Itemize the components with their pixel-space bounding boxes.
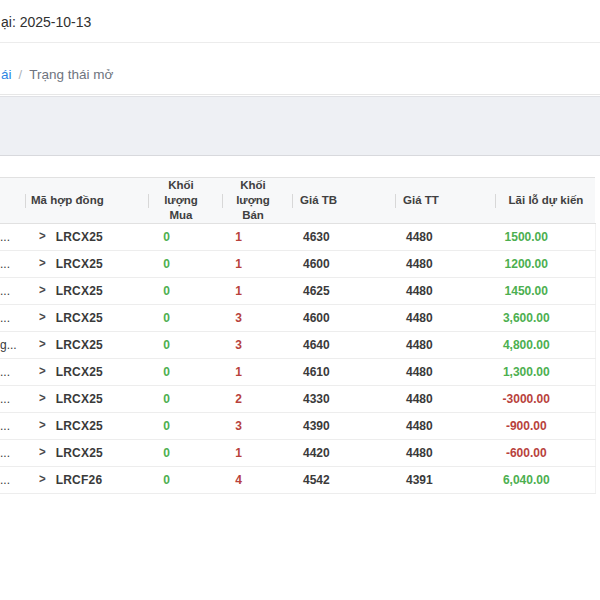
avg-price-value: 4330 <box>292 386 395 413</box>
table-row[interactable]: g... > LRCX25 0 3 4640 4480 4,800.00 <box>0 332 595 359</box>
breadcrumb-parent-link[interactable]: ái <box>1 67 12 82</box>
pnl-value: 1450.00 <box>495 278 595 305</box>
avg-price-value: 4630 <box>292 224 395 251</box>
pnl-value: 1500.00 <box>495 224 595 251</box>
pnl-value: -600.00 <box>495 440 595 467</box>
market-price-value: 4480 <box>395 251 495 278</box>
market-price-value: 4480 <box>395 224 495 251</box>
avg-price-value: 4600 <box>292 305 395 332</box>
pnl-value: 6,040.00 <box>495 467 595 494</box>
contract-code: LRCX25 <box>56 365 103 379</box>
truncated-lead-cell: ... <box>0 413 25 440</box>
expand-chevron-icon[interactable]: > <box>39 446 46 459</box>
table-row[interactable]: ... > LRCX25 0 1 4420 4480 -600.00 <box>0 440 595 467</box>
avg-price-value: 4390 <box>292 413 395 440</box>
buy-volume-value: 0 <box>148 440 222 467</box>
truncated-lead-cell: ... <box>0 305 25 332</box>
truncated-lead-cell: ... <box>0 251 25 278</box>
pnl-value: 3,600.00 <box>495 305 595 332</box>
sell-volume-value: 4 <box>222 467 292 494</box>
sell-volume-value: 1 <box>222 440 292 467</box>
expand-chevron-icon[interactable]: > <box>39 257 46 270</box>
avg-price-value: 4542 <box>292 467 395 494</box>
truncated-lead-cell: g... <box>0 332 25 359</box>
sell-volume-value: 1 <box>222 278 292 305</box>
market-price-value: 4480 <box>395 305 495 332</box>
table-row[interactable]: ... > LRCF26 0 4 4542 4391 6,040.00 <box>0 467 595 494</box>
pnl-value: 4,800.00 <box>495 332 595 359</box>
avg-price-value: 4610 <box>292 359 395 386</box>
truncated-lead-cell: ... <box>0 386 25 413</box>
expand-chevron-icon[interactable]: > <box>39 392 46 405</box>
column-header-contract: Mã hợp đồng <box>25 178 148 224</box>
avg-price-value: 4640 <box>292 332 395 359</box>
sell-volume-value: 1 <box>222 251 292 278</box>
market-price-value: 4480 <box>395 386 495 413</box>
column-header-avg-price: Giá TB <box>292 178 395 224</box>
table-row[interactable]: ... > LRCX25 0 3 4600 4480 3,600.00 <box>0 305 595 332</box>
sell-volume-value: 2 <box>222 386 292 413</box>
sell-volume-value: 3 <box>222 332 292 359</box>
buy-volume-value: 0 <box>148 413 222 440</box>
column-header-buy-volume: Khối lượng Mua <box>148 178 222 224</box>
table-header-row: Mã hợp đồng Khối lượng Mua Khối lượng Bá… <box>0 178 595 224</box>
column-header-lead <box>0 178 25 224</box>
sell-volume-value: 1 <box>222 359 292 386</box>
avg-price-value: 4600 <box>292 251 395 278</box>
top-bar: ại: 2025-10-13 <box>0 0 600 43</box>
pnl-value: 1,300.00 <box>495 359 595 386</box>
expand-chevron-icon[interactable]: > <box>39 473 46 486</box>
avg-price-value: 4420 <box>292 440 395 467</box>
truncated-lead-cell: ... <box>0 359 25 386</box>
table-row[interactable]: ... > LRCX25 0 1 4610 4480 1,300.00 <box>0 359 595 386</box>
market-price-value: 4391 <box>395 467 495 494</box>
expand-chevron-icon[interactable]: > <box>39 230 46 243</box>
expand-chevron-icon[interactable]: > <box>39 419 46 432</box>
market-price-value: 4480 <box>395 440 495 467</box>
market-price-value: 4480 <box>395 278 495 305</box>
column-header-pnl: Lãi lỗ dự kiến <box>495 178 595 224</box>
truncated-lead-cell: ... <box>0 440 25 467</box>
breadcrumb-current: Trạng thái mở <box>29 67 113 82</box>
buy-volume-value: 0 <box>148 386 222 413</box>
truncated-lead-cell: ... <box>0 224 25 251</box>
buy-volume-value: 0 <box>148 359 222 386</box>
table-row[interactable]: ... > LRCX25 0 1 4600 4480 1200.00 <box>0 251 595 278</box>
expand-chevron-icon[interactable]: > <box>39 338 46 351</box>
positions-tbody: ... > LRCX25 0 1 4630 4480 1500.00 ... >… <box>0 224 595 494</box>
buy-volume-value: 0 <box>148 332 222 359</box>
breadcrumb: ái / Trạng thái mở <box>0 44 600 95</box>
market-price-value: 4480 <box>395 332 495 359</box>
contract-code: LRCX25 <box>56 419 103 433</box>
buy-volume-value: 0 <box>148 224 222 251</box>
filter-panel <box>0 96 600 156</box>
truncated-lead-cell: ... <box>0 467 25 494</box>
contract-code: LRCX25 <box>56 392 103 406</box>
table-row[interactable]: ... > LRCX25 0 2 4330 4480 -3000.00 <box>0 386 595 413</box>
sell-volume-value: 3 <box>222 413 292 440</box>
contract-code: LRCX25 <box>56 257 103 271</box>
breadcrumb-separator: / <box>19 67 23 82</box>
column-header-market-price: Giá TT <box>395 178 495 224</box>
contract-code: LRCX25 <box>56 446 103 460</box>
expand-chevron-icon[interactable]: > <box>39 284 46 297</box>
expand-chevron-icon[interactable]: > <box>39 311 46 324</box>
contract-code: LRCX25 <box>56 230 103 244</box>
buy-volume-value: 0 <box>148 278 222 305</box>
contract-code: LRCX25 <box>56 311 103 325</box>
pnl-value: 1200.00 <box>495 251 595 278</box>
contract-code: LRCF26 <box>56 473 103 487</box>
pnl-value: -900.00 <box>495 413 595 440</box>
sell-volume-value: 1 <box>222 224 292 251</box>
table-row[interactable]: ... > LRCX25 0 1 4630 4480 1500.00 <box>0 224 595 251</box>
table-row[interactable]: ... > LRCX25 0 1 4625 4480 1450.00 <box>0 278 595 305</box>
expand-chevron-icon[interactable]: > <box>39 365 46 378</box>
open-positions-table: Mã hợp đồng Khối lượng Mua Khối lượng Bá… <box>0 177 596 494</box>
buy-volume-value: 0 <box>148 251 222 278</box>
sell-volume-value: 3 <box>222 305 292 332</box>
column-header-sell-volume: Khối lượng Bán <box>222 178 292 224</box>
table-row[interactable]: ... > LRCX25 0 3 4390 4480 -900.00 <box>0 413 595 440</box>
buy-volume-value: 0 <box>148 467 222 494</box>
contract-code: LRCX25 <box>56 338 103 352</box>
market-price-value: 4480 <box>395 359 495 386</box>
